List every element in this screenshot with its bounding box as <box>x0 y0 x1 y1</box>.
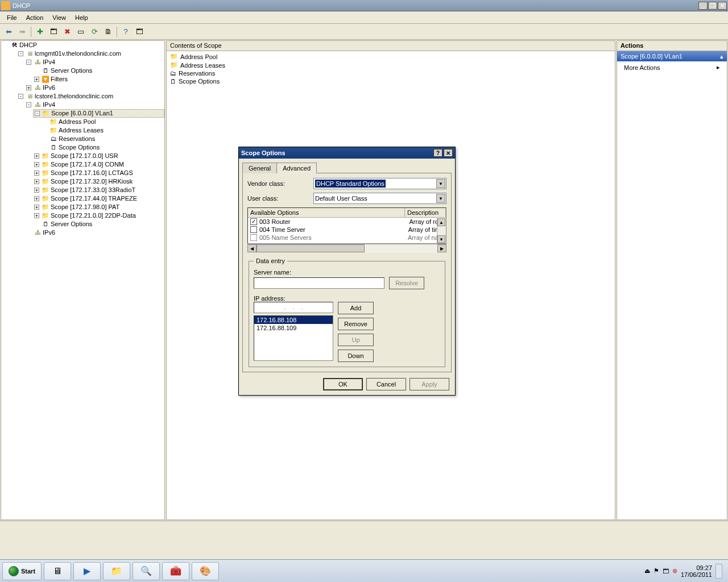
option-row[interactable]: 004 Time ServerArray of time <box>248 226 446 234</box>
expand-icon[interactable]: + <box>34 196 39 201</box>
add-button[interactable]: Add <box>338 302 374 314</box>
add-icon[interactable]: ✚ <box>34 26 46 38</box>
taskbar-item[interactable]: 🔍 <box>133 562 160 580</box>
delete-icon[interactable]: ✖ <box>61 26 73 38</box>
help-icon[interactable]: ? <box>119 26 132 38</box>
tree-scope[interactable]: +📁Scope [172.17.16.0] LCTAGS <box>33 169 164 177</box>
show-desktop-button[interactable] <box>715 564 722 579</box>
column-header[interactable]: Description <box>405 208 446 217</box>
export-icon[interactable]: 🗎 <box>102 26 114 38</box>
expand-icon[interactable]: + <box>34 162 39 167</box>
refresh-icon[interactable]: ⟳ <box>88 26 101 38</box>
tree-server-1[interactable]: -🖥lcmgmt01v.thelondonclinic.com <box>17 49 164 58</box>
tree-scope[interactable]: +📁Scope [172.17.4.0] CONM <box>33 160 164 169</box>
actions-more[interactable]: More Actions▸ <box>617 61 727 73</box>
actions-scope-header[interactable]: Scope [6.0.0.0] VLan1▴ <box>617 51 727 61</box>
expand-icon[interactable]: + <box>34 205 39 210</box>
tab-general[interactable]: General <box>242 163 277 173</box>
option-row[interactable]: 005 Name ServersArray of nam <box>248 234 446 242</box>
chevron-down-icon[interactable]: ▼ <box>436 194 445 203</box>
properties-icon[interactable]: ▭ <box>75 26 87 38</box>
ip-list-item[interactable]: 172.16.88.109 <box>254 324 333 332</box>
expand-icon[interactable]: + <box>34 171 39 176</box>
vendor-class-dropdown[interactable]: DHCP Standard Options ▼ <box>313 178 446 189</box>
dialog-titlebar[interactable]: Scope Options ? ✕ <box>239 147 455 159</box>
tree-address-pool[interactable]: 📁Address Pool <box>41 118 164 126</box>
taskbar-item[interactable]: ▶ <box>73 562 101 580</box>
option-row[interactable]: ✓003 RouterArray of rout <box>248 218 446 226</box>
menu-file[interactable]: File <box>2 13 22 22</box>
taskbar-item[interactable]: 🧰 <box>162 562 189 580</box>
dialog-close-button[interactable]: ✕ <box>444 149 453 157</box>
taskbar-item[interactable]: 🖥 <box>44 562 71 580</box>
tree-scope[interactable]: +📁Scope [172.17.44.0] TRAPEZE <box>33 194 164 203</box>
close-button[interactable]: ✕ <box>718 2 727 10</box>
tree-reservations[interactable]: 🗂Reservations <box>41 135 164 143</box>
collapse-icon[interactable]: - <box>18 51 23 56</box>
tree-ipv6-1[interactable]: +🖧IPv6 <box>25 84 164 92</box>
dialog-help-button[interactable]: ? <box>433 149 442 157</box>
up-button[interactable]: Up <box>338 334 374 346</box>
tree-server-options-1[interactable]: 🗒Server Options <box>33 66 164 75</box>
tree-root[interactable]: 🛠DHCP <box>9 41 164 49</box>
tree-scope[interactable]: +📁Scope [172.21.0.0] 22DP-Data <box>33 211 164 220</box>
tree-ipv4-2[interactable]: -🖧IPv4 <box>25 101 164 109</box>
expand-icon[interactable]: + <box>34 213 39 218</box>
tree-scope[interactable]: +📁Scope [172.17.98.0] PAT <box>33 203 164 211</box>
cancel-button[interactable]: Cancel <box>366 378 406 390</box>
tree-scope-selected[interactable]: -📁Scope [6.0.0.0] VLan1 <box>33 109 164 118</box>
user-class-dropdown[interactable]: Default User Class ▼ <box>313 193 446 204</box>
collapse-icon[interactable]: - <box>35 111 40 116</box>
ip-listbox[interactable]: 172.16.88.108 172.16.88.109 <box>254 315 333 361</box>
expand-icon[interactable]: + <box>34 153 39 159</box>
start-button[interactable]: Start <box>2 562 42 580</box>
list-item[interactable]: 📁Address Leases <box>168 61 614 69</box>
tree-server-options-2[interactable]: 🗒Server Options <box>33 220 164 228</box>
collapse-icon[interactable]: - <box>26 102 31 107</box>
taskbar-item[interactable]: 🎨 <box>192 562 219 580</box>
checkbox-icon[interactable] <box>250 234 257 241</box>
maximize-button[interactable]: ❐ <box>708 2 717 10</box>
tray-icon[interactable]: ⏏ <box>644 567 650 575</box>
clock[interactable]: 09:27 17/06/2011 <box>681 564 712 578</box>
tree-scope[interactable]: +📁Scope [172.17.33.0] 33RadioT <box>33 186 164 194</box>
menu-help[interactable]: Help <box>71 13 93 22</box>
ip-list-item[interactable]: 172.16.88.108 <box>254 316 333 324</box>
tab-advanced[interactable]: Advanced <box>276 163 317 173</box>
menu-view[interactable]: View <box>48 13 71 22</box>
ip-address-input[interactable]: . . . <box>254 302 333 313</box>
collapse-icon[interactable]: - <box>26 60 31 65</box>
server-name-input[interactable] <box>254 277 384 289</box>
expand-icon[interactable]: + <box>26 85 31 90</box>
down-button[interactable]: Down <box>338 350 374 362</box>
remove-button[interactable]: Remove <box>338 318 374 330</box>
tree-address-leases[interactable]: 📁Address Leases <box>41 126 164 135</box>
apply-button[interactable]: Apply <box>410 378 449 390</box>
tree-scope-options[interactable]: 🗒Scope Options <box>41 143 164 152</box>
options-icon[interactable]: 🗔 <box>133 26 146 38</box>
tray-icon[interactable]: 🗔 <box>663 568 669 575</box>
collapse-icon[interactable]: - <box>18 94 23 99</box>
list-icon[interactable]: 🗔 <box>47 26 60 38</box>
expand-icon[interactable]: + <box>34 77 39 82</box>
menu-action[interactable]: Action <box>22 13 48 22</box>
tree-filters[interactable]: +🔽Filters <box>33 75 164 84</box>
list-item[interactable]: 📁Address Pool <box>168 52 614 61</box>
expand-icon[interactable]: + <box>34 188 39 193</box>
checkbox-icon[interactable] <box>250 226 257 233</box>
tree-scope[interactable]: +📁Scope [172.17.0.0] USR <box>33 152 164 160</box>
minimize-button[interactable]: _ <box>698 2 708 10</box>
ok-button[interactable]: OK <box>323 378 363 390</box>
column-header[interactable]: Available Options <box>248 208 405 217</box>
vertical-scrollbar[interactable]: ▲▼ <box>437 218 446 243</box>
tree-scope[interactable]: +📁Scope [172.17.32.0] HRKiosk <box>33 177 164 186</box>
list-item[interactable]: 🗂Reservations <box>168 69 614 77</box>
checkbox-icon[interactable]: ✓ <box>250 218 257 225</box>
forward-icon[interactable]: ➡ <box>16 26 28 38</box>
expand-icon[interactable]: + <box>34 179 39 184</box>
chevron-down-icon[interactable]: ▼ <box>436 179 445 188</box>
tray-icon[interactable]: ⊗ <box>672 567 677 575</box>
tray-icon[interactable]: ⚑ <box>653 567 659 575</box>
horizontal-scrollbar[interactable]: ◀▶ <box>247 244 446 253</box>
tree-ipv4-1[interactable]: -🖧IPv4 <box>25 58 164 66</box>
